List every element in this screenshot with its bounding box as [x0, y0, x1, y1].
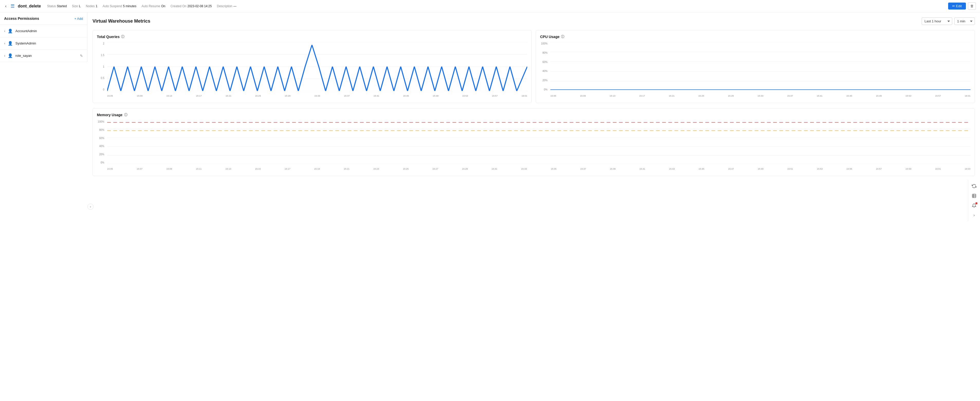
refresh-icon-button[interactable] [970, 182, 978, 191]
permission-name: AccountAdmin [16, 29, 83, 33]
user-icon: 👤 [8, 41, 13, 46]
total-queries-y-axis: 2 1.5 1 0.5 0 [97, 42, 106, 91]
size-value: L [79, 4, 81, 8]
memory-y-axis: 100% 80% 60% 40% 20% 0% [97, 120, 106, 164]
auto-resume-value: On [161, 4, 165, 8]
sidebar-header: Access Permissions + Add [0, 12, 87, 25]
meta-size: Size L [72, 4, 81, 8]
description-value: — [233, 4, 236, 8]
sidebar-container: Access Permissions + Add › 👤 AccountAdmi… [0, 12, 88, 401]
metrics-title: Virtual Warehouse Metrics [92, 19, 150, 24]
memory-usage-chart: Memory Usage ⓘ 100% 80% 60% 40% 20% 0% [92, 108, 975, 176]
delete-button[interactable]: 🗑 [968, 2, 976, 10]
warehouse-icon: ☰ [11, 3, 14, 9]
memory-usage-info-icon[interactable]: ⓘ [124, 113, 127, 117]
interval-filter-select[interactable]: 1 min 5 min 15 min [954, 18, 975, 25]
total-queries-svg-area [107, 42, 527, 91]
table-icon-button[interactable] [970, 191, 978, 200]
edit-button[interactable]: ✏ Edit [948, 3, 966, 10]
user-icon: 👤 [8, 53, 13, 58]
permission-name: role_sayan [16, 54, 77, 57]
cpu-svg-area [550, 42, 970, 91]
cpu-usage-info-icon[interactable]: ⓘ [561, 35, 564, 39]
total-queries-title: Total Queries ⓘ [97, 35, 527, 39]
size-label: Size [72, 4, 78, 8]
meta-created-on: Created On 2023-02-08 14:25 [170, 4, 212, 8]
user-icon: 👤 [8, 29, 13, 33]
nodes-value: 1 [96, 4, 98, 8]
created-on-value: 2023-02-08 14:25 [187, 4, 212, 8]
meta-auto-resume: Auto Resume On [142, 4, 165, 8]
nodes-label: Nodes [86, 4, 95, 8]
memory-x-axis: 15:05 15:07 15:09 15:11 15:13 15:15 15:1… [107, 166, 970, 172]
status-value: Started [57, 4, 67, 8]
meta-nodes: Nodes 1 [86, 4, 97, 8]
chevron-right-icon: › [4, 41, 5, 45]
charts-top-row: Total Queries ⓘ 2 1.5 1 0.5 0 [92, 30, 975, 103]
auto-suspend-label: Auto Suspend [102, 4, 122, 8]
memory-chart-area: 100% 80% 60% 40% 20% 0% [97, 120, 970, 172]
back-button[interactable]: ‹ [4, 3, 8, 10]
add-permission-button[interactable]: + Add [74, 17, 83, 21]
top-actions: ✏ Edit 🗑 [948, 2, 976, 10]
notification-badge [975, 202, 977, 204]
cpu-x-axis: 15:05 15:09 15:13 15:17 15:21 15:25 15:2… [550, 93, 970, 99]
sidebar-collapse-button[interactable]: ‹ [88, 204, 94, 210]
list-item[interactable]: › 👤 AccountAdmin [0, 25, 87, 37]
created-on-label: Created On [170, 4, 186, 8]
cpu-usage-title: CPU Usage ⓘ [540, 35, 970, 39]
right-sidebar: › [968, 180, 980, 221]
edit-role-icon[interactable]: ✎ [80, 54, 83, 58]
meta-description: Description — [217, 4, 236, 8]
status-label: Status [47, 4, 56, 8]
description-label: Description [217, 4, 232, 8]
top-meta: Status Started Size L Nodes 1 Auto Suspe… [47, 4, 236, 8]
cpu-usage-chart: CPU Usage ⓘ 100% 80% 60% 40% 20% 0% [536, 30, 975, 103]
cpu-y-axis: 100% 80% 60% 40% 20% 0% [540, 42, 549, 91]
total-queries-chart-area: 2 1.5 1 0.5 0 [97, 42, 527, 99]
main-layout: Access Permissions + Add › 👤 AccountAdmi… [0, 12, 980, 401]
meta-status: Status Started [47, 4, 67, 8]
chevron-right-icon: › [4, 54, 5, 57]
content-header: Virtual Warehouse Metrics Last 1 hour La… [92, 18, 975, 25]
meta-auto-suspend: Auto Suspend 5 minutes [102, 4, 136, 8]
top-bar: ‹ ☰ dont_delete Status Started Size L No… [0, 0, 980, 12]
memory-usage-title: Memory Usage ⓘ [97, 113, 970, 117]
chevron-right-icon: › [4, 29, 5, 33]
notifications-icon-button[interactable] [970, 201, 978, 210]
time-filter-select[interactable]: Last 1 hour Last 6 hours Last 24 hours [922, 18, 952, 25]
permission-name: SystemAdmin [16, 41, 83, 45]
sidebar-title: Access Permissions [4, 16, 39, 21]
total-queries-x-axis: 15:05 15:09 15:13 15:17 15:21 15:25 15:2… [107, 93, 527, 99]
memory-svg-area [107, 120, 970, 164]
expand-right-button[interactable]: › [970, 211, 978, 219]
total-queries-info-icon[interactable]: ⓘ [121, 35, 124, 39]
svg-rect-19 [972, 194, 976, 198]
total-queries-chart: Total Queries ⓘ 2 1.5 1 0.5 0 [92, 30, 531, 103]
auto-resume-label: Auto Resume [142, 4, 160, 8]
sidebar: Access Permissions + Add › 👤 AccountAdmi… [0, 12, 88, 62]
page-title: dont_delete [18, 4, 41, 8]
auto-suspend-value: 5 minutes [123, 4, 137, 8]
list-item[interactable]: › 👤 role_sayan ✎ [0, 49, 87, 62]
main-content: Virtual Warehouse Metrics Last 1 hour La… [88, 12, 980, 401]
header-controls: Last 1 hour Last 6 hours Last 24 hours 1… [922, 18, 975, 25]
list-item[interactable]: › 👤 SystemAdmin [0, 37, 87, 49]
cpu-usage-chart-area: 100% 80% 60% 40% 20% 0% [540, 42, 970, 99]
